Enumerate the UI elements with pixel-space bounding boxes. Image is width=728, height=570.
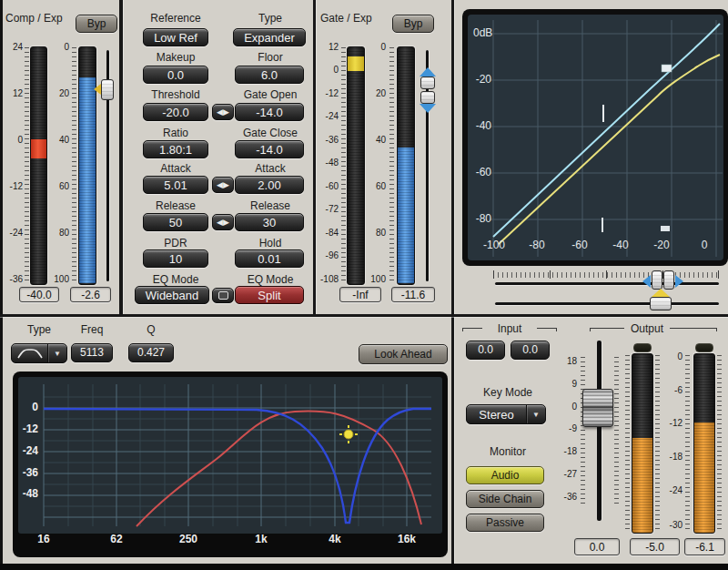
monitor-audio-button[interactable]: Audio <box>466 466 544 484</box>
transfer-y-tick: -80 <box>470 213 491 225</box>
threshold-label: Threshold <box>130 89 221 101</box>
type-button[interactable]: Expander <box>233 28 306 46</box>
comp-gr-scale-tick: 40 <box>46 135 69 146</box>
input-gain-right-button[interactable]: 0.0 <box>511 341 550 360</box>
release-link-button[interactable]: ◀▶ <box>212 214 234 230</box>
gate-attack-button[interactable]: 2.00 <box>235 176 304 194</box>
makeup-button[interactable]: 0.0 <box>143 66 208 84</box>
comp-makeup-slider-handle[interactable] <box>101 79 114 100</box>
gate-section-title: Gate / Exp <box>320 13 384 25</box>
transfer-curve-svg <box>462 9 728 266</box>
divider-comp-controls <box>119 0 123 316</box>
output-fader-readout[interactable]: 0.0 <box>574 538 620 555</box>
chevron-down-icon[interactable]: ▼ <box>47 344 66 362</box>
output-section-title: Output <box>621 323 673 335</box>
gate-in-scale-tick: -24 <box>316 111 339 122</box>
gate-close-h-handle[interactable] <box>663 270 674 290</box>
pdr-button[interactable]: 10 <box>143 249 208 268</box>
gate-gr-scale-tick: 100 <box>364 274 386 285</box>
gate-bypass-button[interactable]: Byp <box>392 15 434 33</box>
gate-eq-mode-button[interactable]: Split <box>235 286 304 304</box>
transfer-x-tick: -80 <box>522 239 551 251</box>
comp-in-scale-tick: -24 <box>0 228 23 239</box>
monitor-side-chain-button[interactable]: Side Chain <box>466 490 544 508</box>
gate-gr-scale-tick: 60 <box>364 181 386 192</box>
attack-link-button[interactable]: ◀▶ <box>212 177 234 193</box>
divider-vertical-main <box>451 0 454 565</box>
gate-gain-readout[interactable]: -11.6 <box>391 287 435 302</box>
comp-gain-readout[interactable]: -2.6 <box>70 287 111 302</box>
threshold-slider-track[interactable] <box>495 302 719 305</box>
gate-close-label: Gate Close <box>225 127 316 139</box>
output-fader-track[interactable] <box>597 341 602 521</box>
eq-y-tick: -24 <box>16 445 38 457</box>
eq-type-dropdown[interactable]: ▼ <box>11 343 67 363</box>
eq-q-button[interactable]: 0.427 <box>128 343 174 362</box>
gate-threshold-readout[interactable]: -Inf <box>339 287 381 302</box>
hold-button[interactable]: 0.01 <box>235 249 304 268</box>
output-right-meter-readout[interactable]: -6.1 <box>684 538 725 555</box>
eq-mode-link-button[interactable] <box>212 288 234 303</box>
transfer-curve-graph: 0dB -20 -40 -60 -80 -100 -80 -60 -40 -20… <box>462 9 728 266</box>
floor-button[interactable]: 6.0 <box>235 66 304 84</box>
key-mode-value: Stereo <box>467 409 526 421</box>
eq-x-tick: 250 <box>175 534 202 545</box>
look-ahead-button[interactable]: Look Ahead <box>359 344 448 364</box>
output-fader-handle[interactable] <box>582 389 613 427</box>
monitor-passive-button[interactable]: Passive <box>466 514 544 532</box>
key-mode-dropdown[interactable]: Stereo ▼ <box>466 404 546 424</box>
reference-button[interactable]: Low Ref <box>143 28 208 46</box>
comp-in-scale-tick: 12 <box>0 88 23 99</box>
gate-open-h-handle[interactable] <box>652 270 662 290</box>
comp-attack-button[interactable]: 5.01 <box>143 176 208 194</box>
gate-close-slider-handle[interactable] <box>420 91 435 104</box>
comp-section-title: Comp / Exp <box>5 13 69 25</box>
eq-y-tick: -48 <box>16 488 38 500</box>
threshold-slider-handle[interactable] <box>650 297 672 310</box>
output-left-meter <box>632 353 653 534</box>
threshold-button[interactable]: -20.0 <box>143 103 208 121</box>
ruler-major-tick <box>718 270 719 279</box>
output-right-clip-led[interactable] <box>695 343 713 352</box>
input-gain-left-button[interactable]: 0.0 <box>466 341 505 360</box>
output-bracket-left <box>590 328 624 331</box>
gate-open-marker[interactable] <box>662 65 672 72</box>
gate-open-close-slider-track[interactable] <box>495 282 719 285</box>
gate-release-button[interactable]: 30 <box>235 213 304 231</box>
ratio-button[interactable]: 1.80:1 <box>143 140 208 158</box>
gate-gr-scale-tick: 40 <box>364 135 386 146</box>
fader-ruler-right <box>614 357 619 504</box>
gate-range-lower-arrow <box>420 104 436 113</box>
gate-open-button[interactable]: -14.0 <box>235 103 304 121</box>
output-bracket-right <box>670 328 717 331</box>
threshold-link-button[interactable]: ◀▶ <box>212 104 234 120</box>
comp-attack-label: Attack <box>130 163 221 175</box>
gate-close-button[interactable]: -14.0 <box>235 140 304 158</box>
gate-in-scale-tick: -48 <box>316 158 339 168</box>
eq-y-tick: 0 <box>16 402 38 413</box>
transfer-y-zero-label: 0dB <box>473 27 492 39</box>
ruler-major-tick <box>550 270 551 279</box>
gate-range-upper-arrow <box>420 67 436 76</box>
input-section-title: Input <box>482 323 537 335</box>
comp-bypass-button[interactable]: Byp <box>76 15 117 33</box>
output-left-meter-readout[interactable]: -5.0 <box>630 538 680 555</box>
gate-in-scale-tick: -12 <box>316 88 339 99</box>
comp-release-button[interactable]: 50 <box>143 213 208 231</box>
eq-freq-button[interactable]: 5113 <box>71 343 113 362</box>
gate-close-marker[interactable] <box>661 226 670 231</box>
bottom-frame-edge <box>0 564 728 570</box>
fader-scale-tick: 9 <box>551 379 577 390</box>
threshold-handle-arrow <box>652 289 670 297</box>
input-bracket-right <box>537 328 557 331</box>
gate-in-scale-tick: 12 <box>316 42 339 53</box>
gate-slider-left-arrow <box>642 275 651 288</box>
gate-in-ruler <box>341 47 346 282</box>
comp-threshold-readout[interactable]: -40.0 <box>19 287 59 302</box>
chevron-down-icon[interactable]: ▼ <box>526 405 545 423</box>
comp-eq-mode-button[interactable]: Wideband <box>135 286 209 304</box>
comp-input-meter <box>30 46 47 285</box>
gate-gr-scale-tick: 0 <box>364 42 386 53</box>
gate-open-slider-handle[interactable] <box>420 76 435 89</box>
output-left-clip-led[interactable] <box>633 343 652 352</box>
